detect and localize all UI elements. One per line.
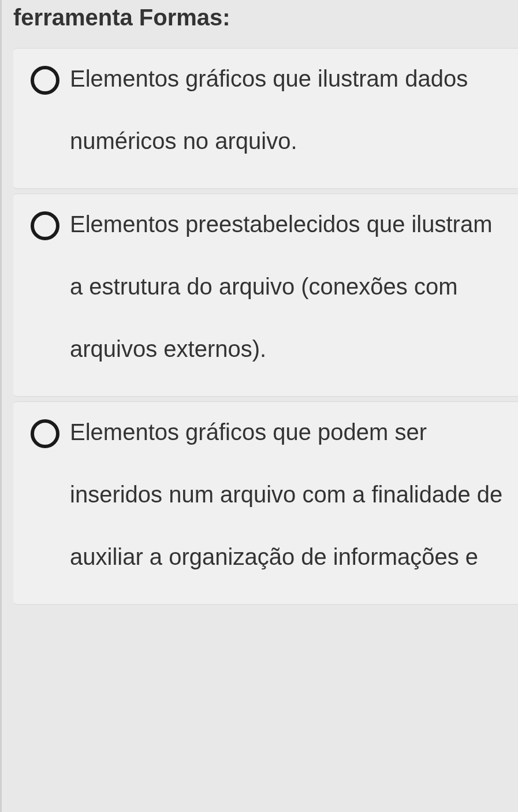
option-3-label: Elementos gráficos que podem ser inserid… [70, 401, 506, 588]
radio-unchecked-icon [31, 66, 59, 95]
option-2-label: Elementos preestabelecidos que ilustram … [70, 193, 506, 380]
option-2[interactable]: Elementos preestabelecidos que ilustram … [13, 193, 518, 397]
option-3[interactable]: Elementos gráficos que podem ser inserid… [13, 401, 518, 605]
options-list: Elementos gráficos que ilustram dados nu… [2, 48, 518, 605]
option-1-label: Elementos gráficos que ilustram dados nu… [70, 47, 506, 172]
radio-unchecked-icon [31, 211, 59, 240]
question-title: ferramenta Formas: [2, 0, 518, 48]
radio-unchecked-icon [31, 419, 59, 448]
option-1[interactable]: Elementos gráficos que ilustram dados nu… [13, 48, 518, 189]
